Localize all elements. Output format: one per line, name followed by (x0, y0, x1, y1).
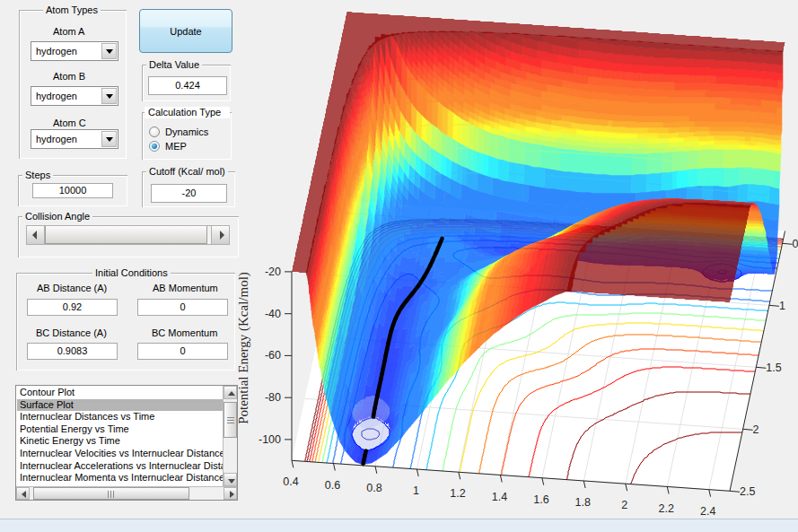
svg-text:-100: -100 (259, 433, 281, 446)
svg-text:2.5: 2.5 (740, 485, 755, 498)
svg-text:1.4: 1.4 (492, 491, 507, 503)
svg-text:1: 1 (779, 300, 785, 312)
svg-text:1.5: 1.5 (766, 362, 781, 374)
svg-text:0.4: 0.4 (283, 475, 298, 488)
svg-text:2: 2 (753, 423, 759, 436)
svg-text:1.2: 1.2 (450, 487, 465, 500)
svg-text:Potential Energy (Kcal/mol): Potential Energy (Kcal/mol) (236, 272, 251, 424)
svg-text:0.6: 0.6 (325, 479, 340, 492)
svg-text:-60: -60 (265, 349, 281, 362)
svg-text:1: 1 (413, 484, 419, 497)
svg-text:-20: -20 (265, 266, 281, 278)
svg-text:1.8: 1.8 (575, 496, 591, 509)
svg-text:2.2: 2.2 (659, 502, 674, 515)
svg-text:0.8: 0.8 (366, 482, 381, 494)
svg-text:-80: -80 (265, 391, 281, 404)
svg-text:-40: -40 (265, 308, 281, 320)
svg-text:0.5: 0.5 (793, 238, 798, 250)
svg-text:2: 2 (621, 499, 627, 511)
svg-text:1.6: 1.6 (533, 493, 548, 506)
svg-text:2.4: 2.4 (700, 505, 715, 518)
